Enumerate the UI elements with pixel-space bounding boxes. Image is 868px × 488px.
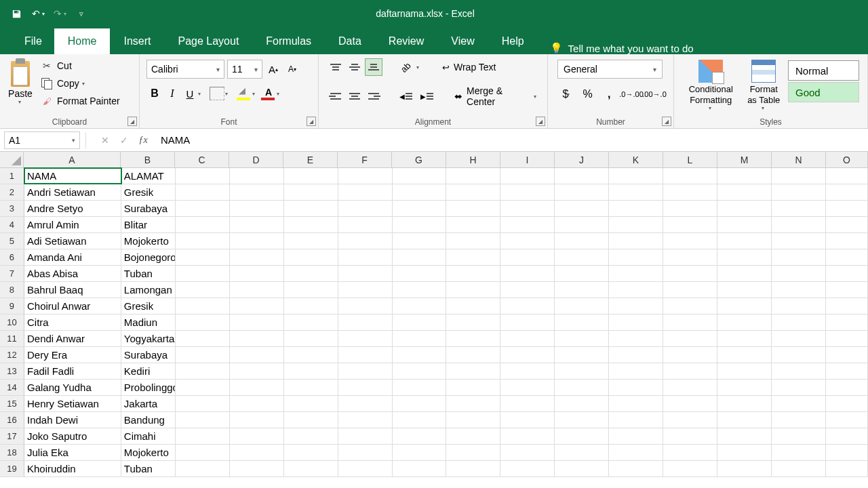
enter-formula-button[interactable]: ✓ <box>115 131 134 149</box>
cell[interactable] <box>772 445 826 460</box>
cell[interactable] <box>338 282 393 298</box>
cell[interactable] <box>500 249 555 265</box>
row-header[interactable]: 11 <box>0 331 24 346</box>
cell[interactable] <box>393 282 447 298</box>
cell[interactable] <box>609 412 663 428</box>
cell[interactable] <box>555 249 609 265</box>
cell[interactable] <box>446 445 500 460</box>
cell[interactable] <box>663 331 717 346</box>
cell[interactable] <box>555 461 609 476</box>
cell[interactable] <box>609 201 663 216</box>
format-as-table-button[interactable]: Format as Table▾ <box>742 58 785 124</box>
cell[interactable] <box>772 233 826 249</box>
cell[interactable] <box>500 314 555 330</box>
row-header[interactable]: 15 <box>0 396 24 411</box>
cell[interactable] <box>230 331 284 346</box>
alignment-launcher-icon[interactable]: ◢ <box>536 117 545 126</box>
cell[interactable] <box>176 249 230 265</box>
redo-icon[interactable]: ↷▾ <box>50 4 69 23</box>
cell[interactable] <box>393 396 447 411</box>
cell[interactable]: Mojokerto <box>121 445 176 460</box>
cell[interactable] <box>555 201 609 216</box>
cell[interactable] <box>500 363 555 379</box>
cell[interactable] <box>393 412 447 428</box>
cell[interactable] <box>393 461 447 476</box>
cell[interactable] <box>446 233 500 249</box>
cell[interactable] <box>338 184 393 200</box>
cell[interactable]: Dendi Anwar <box>24 331 121 346</box>
decrease-indent-button[interactable]: ◀ <box>397 87 414 105</box>
cell[interactable]: Amanda Ani <box>24 249 121 265</box>
cell[interactable] <box>555 314 609 330</box>
cell[interactable] <box>663 428 717 444</box>
cell[interactable] <box>393 184 447 200</box>
cell[interactable] <box>338 396 393 411</box>
name-box[interactable]: A1 ▾ <box>4 131 80 149</box>
cell[interactable] <box>609 380 663 395</box>
cell[interactable] <box>826 233 868 249</box>
number-format-select[interactable]: General ▾ <box>557 60 663 79</box>
cell[interactable] <box>717 445 772 460</box>
cell[interactable] <box>717 298 772 314</box>
tab-view[interactable]: View <box>437 28 488 54</box>
cell[interactable] <box>338 266 393 281</box>
cell[interactable] <box>717 184 772 200</box>
cell[interactable] <box>555 428 609 444</box>
cell[interactable] <box>717 282 772 298</box>
align-center-button[interactable] <box>346 87 363 105</box>
cell[interactable] <box>500 168 555 184</box>
cell[interactable] <box>446 298 500 314</box>
cell[interactable] <box>393 380 447 395</box>
cell[interactable] <box>663 266 717 281</box>
cell[interactable] <box>717 347 772 363</box>
cell[interactable] <box>717 249 772 265</box>
cell[interactable] <box>176 428 230 444</box>
cell[interactable] <box>826 201 868 216</box>
cell-style-good[interactable]: Good <box>788 82 859 102</box>
cell[interactable] <box>772 282 826 298</box>
cell[interactable] <box>717 461 772 476</box>
cell[interactable]: Bandung <box>121 412 176 428</box>
grow-font-button[interactable]: A▴ <box>265 61 281 77</box>
cell[interactable] <box>230 298 284 314</box>
cell[interactable] <box>284 331 338 346</box>
cell[interactable]: Probolinggo <box>121 380 176 395</box>
cell[interactable] <box>772 314 826 330</box>
cell[interactable] <box>284 347 338 363</box>
cell[interactable] <box>176 445 230 460</box>
save-icon[interactable] <box>7 4 26 23</box>
cell[interactable] <box>500 331 555 346</box>
cell[interactable] <box>446 363 500 379</box>
cell[interactable] <box>176 412 230 428</box>
tell-me[interactable]: 💡 Tell me what you want to do <box>538 42 706 54</box>
column-header[interactable]: H <box>446 152 500 167</box>
cell[interactable] <box>284 412 338 428</box>
cell[interactable] <box>230 347 284 363</box>
cell[interactable]: Andre Setyo <box>24 201 121 216</box>
cell[interactable] <box>609 168 663 184</box>
cell[interactable] <box>176 201 230 216</box>
cell[interactable] <box>176 217 230 232</box>
cell[interactable] <box>609 461 663 476</box>
cell[interactable] <box>230 428 284 444</box>
wrap-text-button[interactable]: ↩ Wrap Text <box>439 60 499 74</box>
cell[interactable] <box>717 428 772 444</box>
tab-help[interactable]: Help <box>488 28 538 54</box>
cell[interactable] <box>663 298 717 314</box>
cell[interactable] <box>555 217 609 232</box>
cell[interactable] <box>446 380 500 395</box>
cell[interactable] <box>826 266 868 281</box>
cell[interactable] <box>338 412 393 428</box>
cell[interactable] <box>338 331 393 346</box>
column-header[interactable]: N <box>772 152 826 167</box>
cell[interactable] <box>826 412 868 428</box>
cell[interactable] <box>284 396 338 411</box>
cell[interactable] <box>663 233 717 249</box>
cell[interactable] <box>446 249 500 265</box>
paste-button[interactable]: Paste ▾ <box>5 57 35 125</box>
cell[interactable] <box>772 412 826 428</box>
cell[interactable] <box>393 249 447 265</box>
cell[interactable] <box>500 217 555 232</box>
cell[interactable] <box>826 217 868 232</box>
orientation-button[interactable]: ab <box>397 59 414 75</box>
